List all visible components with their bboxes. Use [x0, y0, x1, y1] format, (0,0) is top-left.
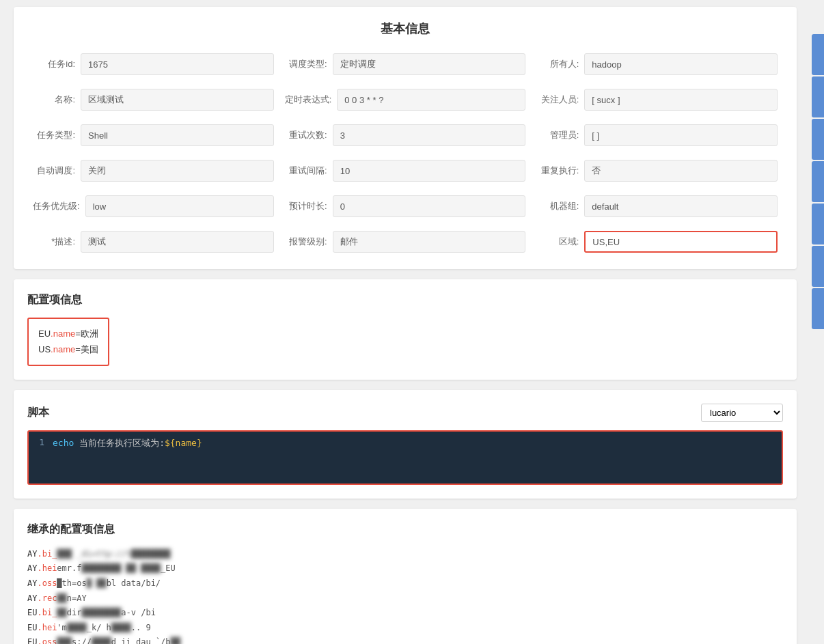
- auto-schedule-cell: 自动调度: 关闭: [27, 157, 279, 184]
- machine-group-value: default: [584, 195, 778, 217]
- follower-value: [ sucx ]: [584, 89, 778, 111]
- config-us-prefix: US: [38, 341, 51, 357]
- owner-value: hadoop: [584, 53, 778, 75]
- page-container: 基本信息 任务id: 1675 调度类型: 定时调度 所有人: hadoop: [0, 0, 824, 644]
- sidebar-tab-7[interactable]: [812, 288, 824, 329]
- machine-group-cell: 机器组: default: [531, 193, 783, 220]
- config-eu-eq: =: [75, 326, 81, 341]
- script-empty-line: [29, 455, 782, 475]
- desc-value: 测试: [81, 231, 274, 253]
- task-type-cell: 任务类型: Shell: [27, 122, 279, 149]
- config-eu-val: 欧洲: [81, 326, 98, 341]
- region-value-text: US,EU: [592, 237, 620, 247]
- schedule-type-cell: 调度类型: 定时调度: [279, 51, 532, 78]
- script-title: 脚本: [27, 406, 49, 420]
- region-cell: 区域: US,EU: [531, 228, 783, 255]
- admin-cell: 管理员: [ ]: [531, 122, 783, 149]
- alert-level-cell: 报警级别: 邮件: [279, 228, 532, 255]
- admin-value: [ ]: [584, 124, 778, 146]
- main-content: 基本信息 任务id: 1675 调度类型: 定时调度 所有人: hadoop: [0, 0, 810, 644]
- config-section: 配置项信息 EU.name=欧洲 US.name=美国: [14, 279, 797, 380]
- estimated-time-cell: 预计时长: 0: [279, 193, 532, 220]
- task-id-cell: 任务id: 1675: [27, 51, 279, 78]
- admin-label: 管理员:: [536, 129, 584, 141]
- retry-count-label: 重试次数:: [285, 129, 333, 141]
- script-section: 脚本 lucario default monokai 1 echo 当前任务执行…: [14, 390, 797, 499]
- right-sidebar: [812, 34, 824, 329]
- repeat-cell: 重复执行: 否: [531, 157, 783, 184]
- script-editor[interactable]: 1 echo 当前任务执行区域为:${name}: [27, 430, 783, 485]
- retry-interval-value: 10: [333, 160, 526, 182]
- basic-info-title: 基本信息: [27, 20, 783, 37]
- retry-interval-cell: 重试间隔: 10: [279, 157, 532, 184]
- priority-label: 任务优先级:: [33, 200, 85, 212]
- form-grid: 任务id: 1675 调度类型: 定时调度 所有人: hadoop 名称: 区域…: [27, 51, 783, 255]
- priority-cell: 任务优先级: low: [27, 193, 279, 220]
- auto-schedule-label: 自动调度:: [33, 165, 81, 177]
- inherited-content: AY.bi_███ _di=ttp://t████████ AY.hei emr…: [27, 547, 783, 644]
- cmd-echo: echo: [53, 438, 74, 448]
- cron-label: 定时表达式:: [285, 94, 338, 106]
- sidebar-tab-3[interactable]: [812, 119, 824, 160]
- priority-value: low: [85, 195, 274, 217]
- task-type-label: 任务类型:: [33, 129, 81, 141]
- retry-count-value: 3: [333, 124, 526, 146]
- machine-group-label: 机器组:: [536, 200, 584, 212]
- basic-info-card: 基本信息 任务id: 1675 调度类型: 定时调度 所有人: hadoop: [14, 7, 797, 269]
- name-cell: 名称: 区域测试: [27, 86, 279, 113]
- estimated-time-value: 0: [333, 195, 526, 217]
- task-id-value: 1675: [81, 53, 274, 75]
- inh-line-3: AY.oss█th=os█ ██ bl data/bi/: [27, 576, 783, 591]
- follower-label: 关注人员:: [536, 94, 584, 106]
- task-id-label: 任务id:: [33, 58, 81, 70]
- desc-cell: *描述: 测试: [27, 228, 279, 255]
- inherited-config-section: 继承的配置项信息 AY.bi_███ _di=ttp://t████████ A…: [14, 509, 797, 644]
- config-title: 配置项信息: [27, 293, 783, 307]
- follower-cell: 关注人员: [ sucx ]: [531, 86, 783, 113]
- name-label: 名称:: [33, 94, 81, 106]
- desc-label: *描述:: [33, 236, 81, 248]
- config-line-2: US.name=美国: [38, 341, 98, 357]
- inh-line-4: AY.rec██n=AY: [27, 591, 783, 606]
- script-theme-selector[interactable]: lucario default monokai: [701, 404, 783, 422]
- alert-level-label: 报警级别:: [285, 236, 333, 248]
- script-header: 脚本 lucario default monokai: [27, 404, 783, 422]
- retry-count-cell: 重试次数: 3: [279, 122, 532, 149]
- config-line-1: EU.name=欧洲: [38, 326, 98, 341]
- config-eu-prefix: EU: [38, 326, 51, 341]
- line-number: 1: [29, 437, 53, 447]
- inh-line-1: AY.bi_███ _di=ttp://t████████: [27, 547, 783, 562]
- config-content: EU.name=欧洲 US.name=美国: [27, 318, 109, 366]
- auto-schedule-value: 关闭: [81, 160, 274, 182]
- config-us-val: 美国: [81, 341, 98, 357]
- repeat-value: 否: [584, 160, 778, 182]
- sidebar-tab-4[interactable]: [812, 161, 824, 202]
- script-code-line: 1 echo 当前任务执行区域为:${name}: [29, 432, 782, 455]
- cron-value: 0 0 3 * * ?: [337, 89, 525, 111]
- inh-line-5: EU.bi_██ dir████████a-v /bi: [27, 606, 783, 621]
- cron-cell: 定时表达式: 0 0 3 * * ?: [279, 86, 532, 113]
- cmd-variable: ${name}: [165, 438, 202, 448]
- schedule-type-label: 调度类型:: [285, 58, 333, 70]
- region-label: 区域:: [536, 236, 584, 248]
- sidebar-tab-5[interactable]: [812, 204, 824, 244]
- config-us-key: name: [53, 341, 76, 357]
- owner-label: 所有人:: [536, 58, 584, 70]
- task-type-value: Shell: [81, 124, 274, 146]
- inh-line-7: EU.oss███s://████d ii dau `/b██: [27, 635, 783, 644]
- inh-line-6: EU.hei 'm████ _k/ h████.. 9: [27, 621, 783, 636]
- inh-line-2: AY.hei emr.f████████ ██ ████_EU: [27, 561, 783, 576]
- line-content: echo 当前任务执行区域为:${name}: [53, 437, 782, 449]
- owner-cell: 所有人: hadoop: [531, 51, 783, 78]
- name-value: 区域测试: [81, 89, 274, 111]
- config-eu-key: name: [53, 326, 76, 341]
- inherited-title: 继承的配置项信息: [27, 522, 783, 537]
- config-us-eq: =: [75, 341, 81, 357]
- retry-interval-label: 重试间隔:: [285, 165, 333, 177]
- cmd-text: 当前任务执行区域为:: [74, 438, 165, 448]
- schedule-type-value: 定时调度: [333, 53, 526, 75]
- repeat-label: 重复执行:: [536, 165, 584, 177]
- sidebar-tab-2[interactable]: [812, 76, 824, 117]
- sidebar-tab-6[interactable]: [812, 246, 824, 287]
- sidebar-tab-1[interactable]: [812, 34, 824, 75]
